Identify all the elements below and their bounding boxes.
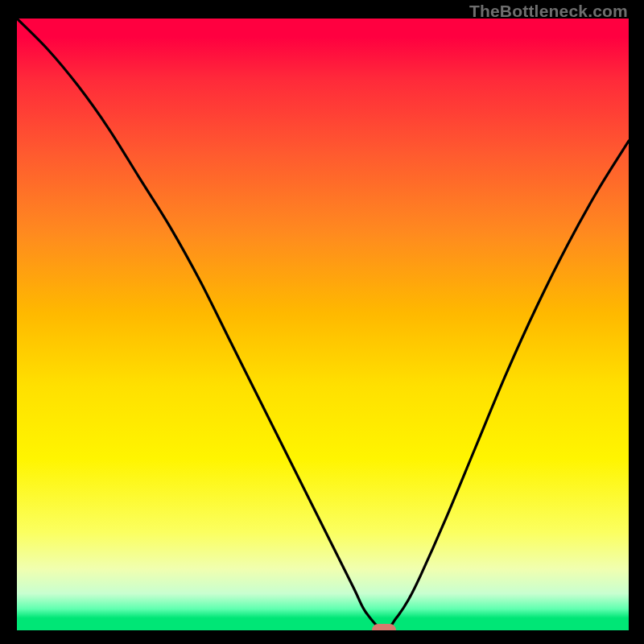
optimum-marker [372,624,396,630]
watermark-text: TheBottleneck.com [469,2,628,21]
bottleneck-curve [17,19,629,630]
chart-frame: TheBottleneck.com [0,0,644,644]
plot-area [17,19,629,630]
